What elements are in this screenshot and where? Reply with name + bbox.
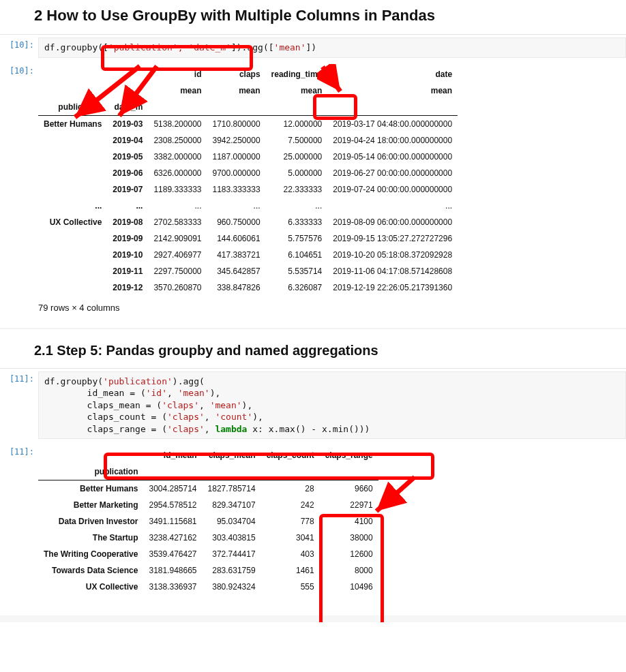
code-string: 'publication' — [103, 376, 173, 386]
code-text: , — [205, 412, 215, 422]
output-cell: [11]: id_mean claps_mean claps_count cla… — [0, 442, 626, 603]
row-index: Better Humans — [38, 480, 143, 498]
code-text: claps_count = ( — [44, 412, 167, 422]
code-text: ), — [242, 400, 253, 410]
output-cell: [10]: id claps reading_time date mean me… — [0, 61, 626, 328]
row-index — [38, 247, 107, 263]
row-index: Towards Data Science — [38, 562, 143, 579]
code-text: ), — [252, 412, 263, 422]
col-subheader: mean — [327, 82, 458, 99]
code-text: ]) — [306, 42, 317, 52]
cell: 4100 — [320, 513, 378, 530]
cell: 3138.336937 — [143, 579, 202, 595]
cell: 12600 — [320, 546, 378, 562]
cell: 3382.000000 — [148, 149, 207, 165]
cell: 6.326087 — [266, 279, 328, 296]
row-index: 2019-08 — [107, 214, 148, 230]
cell: 345.642857 — [207, 263, 265, 279]
cell: 8000 — [320, 562, 378, 579]
row-index: UX Collective — [38, 579, 143, 595]
cell: 1183.333333 — [207, 181, 265, 198]
code-cell: [10]: df.groupby(['publication', 'date_m… — [0, 34, 626, 61]
cell: 22971 — [320, 497, 378, 513]
cell: 380.924324 — [203, 579, 261, 595]
col-subheader: mean — [207, 82, 265, 99]
code-text: x: x.max() - x.min())) — [247, 424, 370, 434]
cell: 6326.000000 — [148, 165, 207, 181]
ellipsis: ... — [207, 198, 265, 214]
cell: 3539.476427 — [143, 546, 202, 562]
ellipsis: ... — [266, 198, 328, 214]
col-subheader — [107, 82, 148, 99]
cell: 960.750000 — [207, 214, 265, 230]
row-index: Data Driven Investor — [38, 513, 143, 530]
row-index: 2019-12 — [107, 279, 148, 296]
cell: 95.034704 — [203, 513, 261, 530]
code-string: 'claps' — [162, 400, 199, 410]
code-text: , — [199, 400, 210, 410]
cell: 28 — [261, 480, 320, 498]
col-header: claps_count — [261, 447, 320, 463]
cell: 2142.909091 — [148, 230, 207, 247]
cell: 829.347107 — [203, 497, 261, 513]
cell: 9700.000000 — [207, 165, 265, 181]
cell: 144.606061 — [207, 230, 265, 247]
code-text: ), — [210, 388, 221, 398]
code-string: 'id' — [146, 388, 167, 398]
cell: 338.847826 — [207, 279, 265, 296]
code-string: 'claps' — [167, 412, 205, 422]
cell: 22.333333 — [266, 181, 328, 198]
cell: 6.104651 — [266, 247, 328, 263]
cell: 5138.200000 — [148, 115, 207, 132]
code-text: , — [205, 424, 215, 434]
col-header — [38, 447, 143, 463]
cell: 2927.406977 — [148, 247, 207, 263]
out-prompt: [10]: — [0, 63, 38, 325]
cell: 242 — [261, 497, 320, 513]
row-index — [38, 279, 107, 296]
in-prompt: [11]: — [0, 371, 38, 440]
row-index: UX Collective — [38, 214, 107, 230]
cell: 2019-08-09 06:00:00.000000000 — [327, 214, 458, 230]
cell: 2702.583333 — [148, 214, 207, 230]
cell: 5.757576 — [266, 230, 328, 247]
code-keyword: lambda — [215, 424, 247, 434]
dataframe-table: id claps reading_time date mean mean mea… — [38, 66, 458, 296]
code-block[interactable]: df.groupby(['publication', 'date_m']).ag… — [38, 37, 626, 58]
cell: 12.000000 — [266, 115, 328, 132]
cell: 2297.750000 — [148, 263, 207, 279]
code-cell: [11]: df.groupby('publication').agg( id_… — [0, 368, 626, 442]
row-index: The Writing Cooperative — [38, 546, 143, 562]
cell: 2019-09-15 13:05:27.272727296 — [327, 230, 458, 247]
index-header: publication — [38, 99, 107, 116]
code-block[interactable]: df.groupby('publication').agg( id_mean =… — [38, 371, 626, 440]
ellipsis: ... — [148, 198, 207, 214]
code-text: df.groupby([ — [44, 42, 108, 52]
cell: 2019-04-24 18:00:00.000000000 — [327, 132, 458, 149]
col-header: reading_time — [266, 66, 328, 82]
cell: 1187.000000 — [207, 149, 265, 165]
cell: 3942.250000 — [207, 132, 265, 149]
col-subheader: mean — [266, 82, 328, 99]
cell: 2019-07-24 00:00:00.000000000 — [327, 181, 458, 198]
row-index: 2019-10 — [107, 247, 148, 263]
cell: 372.744417 — [203, 546, 261, 562]
row-index: Better Humans — [38, 115, 107, 132]
row-index: 2019-11 — [107, 263, 148, 279]
col-header: id_mean — [143, 447, 202, 463]
cell: 1827.785714 — [203, 480, 261, 498]
cell: 3491.115681 — [143, 513, 202, 530]
code-text: claps_mean = ( — [44, 400, 162, 410]
cell: 5.000000 — [266, 165, 328, 181]
output-area: id claps reading_time date mean mean mea… — [38, 63, 626, 325]
row-index — [38, 230, 107, 247]
row-index — [38, 181, 107, 198]
in-prompt: [10]: — [0, 37, 38, 58]
row-index — [38, 165, 107, 181]
cell: 3570.260870 — [148, 279, 207, 296]
code-string: 'claps' — [167, 424, 205, 434]
row-index: The Startup — [38, 530, 143, 546]
ellipsis: ... — [38, 198, 107, 214]
cell: 417.383721 — [207, 247, 265, 263]
index-header: date_m — [107, 99, 148, 116]
